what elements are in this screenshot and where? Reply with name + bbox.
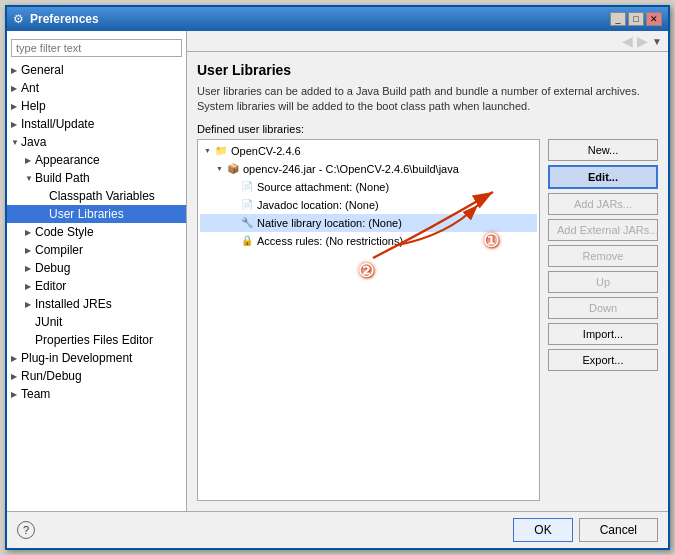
cancel-button[interactable]: Cancel — [579, 518, 658, 542]
sidebar-item-label: Installed JREs — [35, 297, 112, 311]
sidebar-item-userlibraries[interactable]: User Libraries — [7, 205, 186, 223]
expand-icon — [25, 174, 35, 183]
lib-root-icon: 📁 — [214, 144, 228, 158]
content-area: GeneralAntHelpInstall/UpdateJavaAppearan… — [7, 31, 668, 511]
panel-title: User Libraries — [197, 62, 658, 78]
expand-icon — [11, 66, 21, 75]
lib-jar-label: opencv-246.jar - C:\OpenCV-2.4.6\build\j… — [243, 163, 459, 175]
lib-javadoc-label: Javadoc location: (None) — [257, 199, 379, 211]
sidebar-item-classpathvariables[interactable]: Classpath Variables — [7, 187, 186, 205]
annotation-circle-2: ② — [358, 260, 374, 282]
lib-jar[interactable]: ▼ 📦 opencv-246.jar - C:\OpenCV-2.4.6\bui… — [200, 160, 537, 178]
sidebar-item-label: User Libraries — [49, 207, 124, 221]
lib-jar-icon: 📦 — [226, 162, 240, 176]
sidebar-item-label: Run/Debug — [21, 369, 82, 383]
nav-toolbar: ◀ ▶ ▼ — [187, 31, 668, 52]
new-button[interactable]: New... — [548, 139, 658, 161]
expand-icon — [25, 246, 35, 255]
main-panel: User Libraries User libraries can be add… — [187, 52, 668, 511]
lib-root-triangle: ▼ — [204, 147, 214, 154]
sidebar-item-installedjres[interactable]: Installed JREs — [7, 295, 186, 313]
sidebar-item-label: JUnit — [35, 315, 62, 329]
sidebar-item-installupdate[interactable]: Install/Update — [7, 115, 186, 133]
sidebar-item-junit[interactable]: JUnit — [7, 313, 186, 331]
sidebar-item-label: Appearance — [35, 153, 100, 167]
add-jars-button[interactable]: Add JARs... — [548, 193, 658, 215]
expand-icon — [11, 138, 21, 147]
expand-icon — [25, 300, 35, 309]
sidebar-item-label: Debug — [35, 261, 70, 275]
expand-icon — [25, 282, 35, 291]
nav-dropdown[interactable]: ▼ — [652, 36, 662, 47]
down-button[interactable]: Down — [548, 297, 658, 319]
sidebar-item-team[interactable]: Team — [7, 385, 186, 403]
ok-button[interactable]: OK — [513, 518, 572, 542]
sidebar-item-codestyle[interactable]: Code Style — [7, 223, 186, 241]
lib-javadoc[interactable]: 📄 Javadoc location: (None) — [200, 196, 537, 214]
expand-icon — [11, 372, 21, 381]
sidebar-item-label: Ant — [21, 81, 39, 95]
sidebar-item-label: Install/Update — [21, 117, 94, 131]
up-button[interactable]: Up — [548, 271, 658, 293]
maximize-button[interactable]: □ — [628, 12, 644, 26]
sidebar-item-propertiesfileseditor[interactable]: Properties Files Editor — [7, 331, 186, 349]
lib-source-label: Source attachment: (None) — [257, 181, 389, 193]
sidebar-item-label: Code Style — [35, 225, 94, 239]
close-button[interactable]: ✕ — [646, 12, 662, 26]
lib-javadoc-icon: 📄 — [240, 198, 254, 212]
expand-icon — [11, 390, 21, 399]
sidebar-item-debug[interactable]: Debug — [7, 259, 186, 277]
title-bar: ⚙ Preferences _ □ ✕ — [7, 7, 668, 31]
expand-icon — [11, 120, 21, 129]
sidebar-item-plugindevelopment[interactable]: Plug-in Development — [7, 349, 186, 367]
lib-native-label: Native library location: (None) — [257, 217, 402, 229]
lib-source[interactable]: 📄 Source attachment: (None) — [200, 178, 537, 196]
help-button[interactable]: ? — [17, 521, 35, 539]
sidebar-item-label: Team — [21, 387, 50, 401]
remove-button[interactable]: Remove — [548, 245, 658, 267]
back-arrow-icon[interactable]: ◀ — [622, 33, 633, 49]
lib-native-icon: 🔧 — [240, 216, 254, 230]
filter-input[interactable] — [11, 39, 182, 57]
lib-root-label: OpenCV-2.4.6 — [231, 145, 301, 157]
sidebar-item-label: General — [21, 63, 64, 77]
sidebar-item-general[interactable]: General — [7, 61, 186, 79]
sidebar-item-label: Build Path — [35, 171, 90, 185]
sidebar-item-editor[interactable]: Editor — [7, 277, 186, 295]
expand-icon — [25, 264, 35, 273]
preferences-window: ⚙ Preferences _ □ ✕ GeneralAntHelpInstal… — [5, 5, 670, 550]
sidebar-item-label: Java — [21, 135, 46, 149]
libraries-area: ▼ 📁 OpenCV-2.4.6 ▼ 📦 opencv-246.jar - C:… — [197, 139, 658, 501]
sidebar: GeneralAntHelpInstall/UpdateJavaAppearan… — [7, 31, 187, 511]
window-title: Preferences — [30, 12, 99, 26]
export-button[interactable]: Export... — [548, 349, 658, 371]
sidebar-item-rundebug[interactable]: Run/Debug — [7, 367, 186, 385]
minimize-button[interactable]: _ — [610, 12, 626, 26]
description: User libraries can be added to a Java Bu… — [197, 84, 658, 115]
lib-jar-triangle: ▼ — [216, 165, 226, 172]
sidebar-tree: GeneralAntHelpInstall/UpdateJavaAppearan… — [7, 61, 186, 403]
add-external-jars-button[interactable]: Add External JARs... — [548, 219, 658, 241]
import-button[interactable]: Import... — [548, 323, 658, 345]
forward-arrow-icon[interactable]: ▶ — [637, 33, 648, 49]
sidebar-item-label: Compiler — [35, 243, 83, 257]
sidebar-item-appearance[interactable]: Appearance — [7, 151, 186, 169]
sidebar-item-label: Help — [21, 99, 46, 113]
sidebar-item-label: Editor — [35, 279, 66, 293]
expand-icon — [25, 156, 35, 165]
lib-root[interactable]: ▼ 📁 OpenCV-2.4.6 — [200, 142, 537, 160]
edit-button[interactable]: Edit... — [548, 165, 658, 189]
expand-icon — [11, 84, 21, 93]
lib-source-icon: 📄 — [240, 180, 254, 194]
sidebar-item-ant[interactable]: Ant — [7, 79, 186, 97]
expand-icon — [11, 102, 21, 111]
sidebar-item-help[interactable]: Help — [7, 97, 186, 115]
sidebar-item-java[interactable]: Java — [7, 133, 186, 151]
libraries-tree: ▼ 📁 OpenCV-2.4.6 ▼ 📦 opencv-246.jar - C:… — [197, 139, 540, 501]
window-icon: ⚙ — [13, 12, 24, 26]
sidebar-item-compiler[interactable]: Compiler — [7, 241, 186, 259]
action-buttons: New... Edit... Add JARs... Add External … — [548, 139, 658, 501]
lib-native[interactable]: 🔧 Native library location: (None) — [200, 214, 537, 232]
sidebar-item-buildpath[interactable]: Build Path — [7, 169, 186, 187]
lib-access[interactable]: 🔒 Access rules: (No restrictions) — [200, 232, 537, 250]
